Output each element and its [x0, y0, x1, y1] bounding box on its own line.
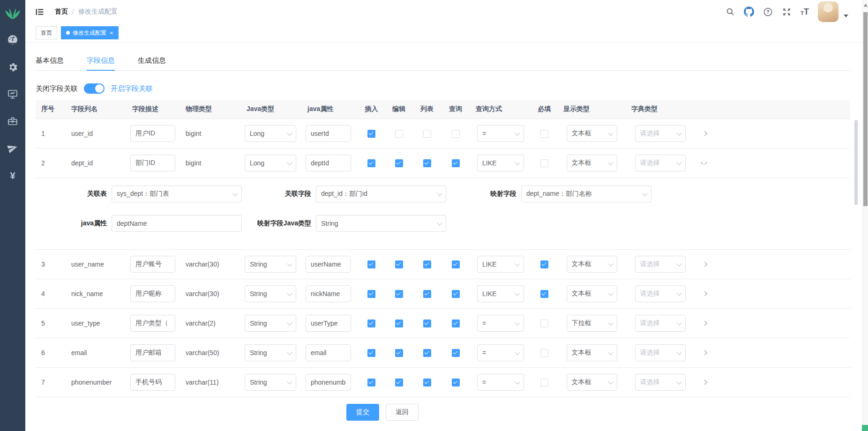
- column-desc-input[interactable]: [130, 344, 175, 361]
- insert-checkbox[interactable]: [367, 290, 375, 298]
- display-type-select[interactable]: 文本框: [567, 256, 617, 273]
- column-desc-input[interactable]: [130, 315, 175, 332]
- insert-checkbox[interactable]: [367, 320, 375, 327]
- expand-row-button[interactable]: [701, 162, 707, 164]
- java-type-select[interactable]: String: [245, 315, 296, 332]
- menu-settings-icon[interactable]: [7, 61, 18, 73]
- avatar-dropdown-caret-icon[interactable]: [844, 15, 848, 17]
- list-checkbox[interactable]: [423, 260, 431, 268]
- insert-checkbox[interactable]: [367, 159, 375, 167]
- dict-type-select[interactable]: 请选择: [635, 285, 686, 302]
- required-checkbox[interactable]: [540, 260, 548, 268]
- edit-checkbox[interactable]: [395, 320, 403, 327]
- required-checkbox[interactable]: [540, 320, 548, 327]
- help-icon[interactable]: ?: [763, 7, 773, 17]
- java-attr-input[interactable]: [306, 315, 351, 332]
- menu-monitor-icon[interactable]: [7, 89, 18, 100]
- expand-row-button[interactable]: [701, 380, 707, 385]
- expand-row-button[interactable]: [701, 131, 707, 136]
- query-checkbox[interactable]: [452, 159, 460, 167]
- list-checkbox[interactable]: [423, 320, 431, 327]
- query-checkbox[interactable]: [452, 320, 460, 327]
- tab-generate-info[interactable]: 生成信息: [138, 51, 166, 70]
- display-type-select[interactable]: 下拉框: [567, 315, 617, 332]
- edit-checkbox[interactable]: [395, 260, 403, 268]
- dict-type-select[interactable]: 请选择: [635, 256, 686, 273]
- java-attr-input[interactable]: [306, 256, 351, 273]
- java-type-select[interactable]: String: [245, 344, 296, 361]
- query-type-select[interactable]: LIKE: [477, 285, 524, 302]
- tab-basic-info[interactable]: 基本信息: [36, 51, 64, 70]
- column-desc-input[interactable]: [130, 155, 175, 171]
- sidebar-toggle-icon[interactable]: [35, 7, 45, 17]
- insert-checkbox[interactable]: [367, 130, 375, 138]
- java-attr-input[interactable]: [306, 125, 351, 142]
- insert-checkbox[interactable]: [367, 260, 375, 268]
- relation-toggle-switch[interactable]: [84, 83, 105, 94]
- column-desc-input[interactable]: [130, 374, 175, 391]
- list-checkbox[interactable]: [423, 290, 431, 298]
- edit-checkbox[interactable]: [395, 349, 403, 357]
- java-attr-input[interactable]: [306, 344, 351, 361]
- java-type-select[interactable]: String: [245, 256, 296, 273]
- edit-checkbox[interactable]: [395, 290, 403, 298]
- display-type-select[interactable]: 文本框: [567, 374, 617, 391]
- expand-row-button[interactable]: [701, 350, 707, 355]
- list-checkbox[interactable]: [423, 130, 431, 138]
- expand-row-button[interactable]: [701, 291, 707, 296]
- list-checkbox[interactable]: [423, 349, 431, 357]
- relation-field-select[interactable]: dept_id：部门id: [316, 186, 446, 202]
- java-attr-input[interactable]: [306, 285, 351, 302]
- edit-checkbox[interactable]: [395, 159, 403, 167]
- map-field-select[interactable]: dept_name：部门名称: [521, 186, 651, 202]
- dict-type-select[interactable]: 请选择: [635, 344, 686, 361]
- query-type-select[interactable]: LIKE: [477, 256, 524, 273]
- query-type-select[interactable]: =: [477, 344, 524, 361]
- expand-row-button[interactable]: [701, 262, 707, 267]
- display-type-select[interactable]: 文本框: [567, 285, 617, 302]
- dict-type-select[interactable]: 请选择: [635, 374, 686, 391]
- required-checkbox[interactable]: [540, 379, 548, 386]
- menu-toolbox-icon[interactable]: [7, 116, 18, 127]
- edit-checkbox[interactable]: [395, 130, 403, 138]
- app-logo-icon[interactable]: [4, 4, 21, 24]
- dict-type-select[interactable]: 请选择: [635, 315, 686, 332]
- search-icon[interactable]: [726, 7, 735, 16]
- table-scrollbar-thumb[interactable]: [854, 120, 858, 205]
- github-icon[interactable]: [744, 7, 754, 17]
- column-desc-input[interactable]: [130, 256, 175, 273]
- map-java-type-select[interactable]: String: [316, 215, 446, 232]
- java-type-select[interactable]: String: [245, 374, 296, 391]
- required-checkbox[interactable]: [540, 349, 548, 357]
- required-checkbox[interactable]: [540, 130, 548, 138]
- user-avatar[interactable]: [818, 1, 838, 22]
- tag-active[interactable]: 修改生成配置 ×: [61, 26, 119, 39]
- query-checkbox[interactable]: [452, 260, 460, 268]
- tag-home[interactable]: 首页: [36, 26, 57, 39]
- query-type-select[interactable]: LIKE: [477, 155, 524, 171]
- page-scrollbar-thumb[interactable]: [863, 12, 868, 206]
- menu-guide-icon[interactable]: [7, 143, 18, 154]
- submit-button[interactable]: 提交: [346, 404, 379, 421]
- query-checkbox[interactable]: [452, 130, 460, 138]
- back-button[interactable]: 返回: [386, 404, 419, 421]
- menu-currency-icon[interactable]: ¥: [7, 170, 18, 181]
- tab-field-info[interactable]: 字段信息: [87, 51, 115, 71]
- fullscreen-icon[interactable]: [782, 7, 792, 17]
- query-checkbox[interactable]: [452, 379, 460, 386]
- dict-type-select[interactable]: 请选择: [635, 125, 686, 142]
- relation-table-select[interactable]: sys_dept：部门表: [112, 186, 242, 202]
- insert-checkbox[interactable]: [367, 349, 375, 357]
- expand-row-button[interactable]: [701, 321, 707, 326]
- query-type-select[interactable]: =: [477, 315, 524, 332]
- column-desc-input[interactable]: [130, 125, 175, 142]
- page-scrollbar[interactable]: [862, 0, 868, 431]
- query-checkbox[interactable]: [452, 290, 460, 298]
- query-checkbox[interactable]: [452, 349, 460, 357]
- font-size-icon[interactable]: TT: [801, 7, 809, 16]
- menu-dashboard-icon[interactable]: [7, 34, 18, 45]
- list-checkbox[interactable]: [423, 159, 431, 167]
- insert-checkbox[interactable]: [367, 379, 375, 386]
- tag-close-icon[interactable]: ×: [110, 30, 113, 36]
- breadcrumb-home[interactable]: 首页: [55, 7, 68, 16]
